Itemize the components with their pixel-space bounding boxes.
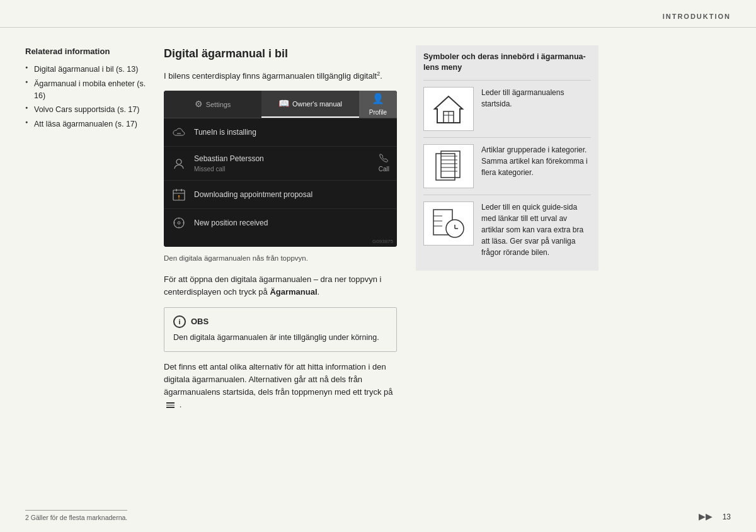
right-column: Symboler och deras innebörd i ägarmanua­…	[416, 45, 598, 412]
footer: 2 Gäller för de flesta marknaderna. ▶▶ 1…	[0, 505, 756, 532]
tab-profile-label: Profile	[369, 108, 387, 117]
page: INTRODUKTION Relaterad information Digit…	[0, 0, 756, 532]
car-ui-item-position: New position received	[164, 209, 397, 237]
car-ui-tabs: ⚙ Settings 📖 Owner's manual 👤 Profile	[164, 91, 397, 118]
symbol-row-quickguide: Leder till en quick guide-sida med länka…	[423, 195, 591, 264]
svg-rect-18	[441, 151, 460, 178]
car-ui-mockup: ⚙ Settings 📖 Owner's manual 👤 Profile	[164, 91, 397, 247]
obs-header: i OBS	[173, 315, 387, 328]
info-icon: i	[173, 315, 186, 328]
section-title: Digital ägarmanual i bil	[164, 45, 397, 62]
list-item: Digital ägarmanual i bil (s. 13)	[25, 64, 149, 76]
symbol-img-home	[423, 87, 474, 131]
sebastian-subtitle: Missed call	[194, 164, 371, 174]
profile-icon: 👤	[372, 91, 384, 106]
obs-label: OBS	[191, 315, 209, 328]
page-header: INTRODUKTION	[0, 0, 756, 28]
svg-point-8	[178, 222, 180, 224]
car-ui-tab-owners-manual[interactable]: 📖 Owner's manual	[261, 91, 359, 118]
bold-text: Ägarmanual	[270, 287, 317, 297]
symbol-desc-quickguide: Leder till en quick guide-sida med länka…	[481, 201, 591, 258]
car-ui-tab-settings[interactable]: ⚙ Settings	[164, 91, 261, 118]
obs-text: Den digitala ägarmanualen är inte tillgä…	[173, 332, 387, 344]
body-text-bottom: Det finns ett antal olika alternativ för…	[164, 361, 397, 412]
body-text-1: För att öppna den digitala ägarmanualen …	[164, 273, 397, 298]
sebastian-content: Sebastian Petersson Missed call	[194, 153, 371, 174]
nav-arrows[interactable]: ▶▶	[699, 510, 713, 523]
position-content: New position received	[194, 217, 389, 229]
list-item: Volvo Cars supportsida (s. 17)	[25, 104, 149, 116]
car-ui-tab-profile[interactable]: 👤 Profile	[359, 91, 397, 118]
person-icon	[171, 156, 186, 171]
svg-point-1	[176, 159, 181, 164]
car-ui-item-sebastian: Sebastian Petersson Missed call Call	[164, 147, 397, 181]
svg-point-7	[174, 218, 184, 228]
middle-column: Digital ägarmanual i bil I bilens center…	[164, 45, 416, 412]
book-icon: 📖	[278, 97, 289, 110]
sebastian-title: Sebastian Petersson	[194, 153, 371, 164]
symbol-img-quickguide	[423, 201, 474, 246]
car-ui-item-download: Downloading appointment proposal	[164, 181, 397, 209]
calendar-alert-icon	[171, 187, 186, 202]
list-item: Ägarmanual i mobila enheter (s. 16)	[25, 78, 149, 102]
watermark: G093875	[164, 237, 397, 247]
symbol-row-book: Artiklar grupperade i kategorier. Samma …	[423, 137, 591, 195]
call-action[interactable]: Call	[379, 153, 389, 174]
download-title: Downloading appointment proposal	[194, 189, 389, 200]
menu-icon	[166, 402, 175, 408]
cloud-icon	[171, 125, 186, 140]
tunein-title: TuneIn is installing	[194, 127, 389, 138]
svg-rect-17	[436, 154, 455, 180]
tab-owners-manual-label: Owner's manual	[292, 99, 342, 110]
symbol-desc-home: Leder till ägarmanualens startsida.	[481, 87, 591, 110]
symbol-img-book	[423, 144, 474, 188]
symbols-title: Symboler och deras innebörd i ägarmanua­…	[423, 52, 591, 74]
tunein-content: TuneIn is installing	[194, 127, 389, 138]
related-title: Relaterad information	[25, 45, 149, 58]
left-column: Relaterad information Digital ägarmanual…	[25, 45, 164, 412]
car-ui-item-tunein: TuneIn is installing	[164, 118, 397, 147]
caption-text: Den digitala ägarmanualen nås från toppv…	[164, 253, 397, 264]
settings-icon: ⚙	[195, 98, 203, 111]
content-area: Relaterad information Digital ägarmanual…	[0, 28, 756, 418]
tab-settings-label: Settings	[206, 99, 231, 110]
section-intro: I bilens centerdisplay finns ägarmanuale…	[164, 70, 397, 82]
symbol-desc-book: Artiklar grupperade i kategorier. Samma …	[481, 144, 591, 178]
related-list: Digital ägarmanual i bil (s. 13) Ägarman…	[25, 64, 149, 130]
header-title: INTRODUKTION	[663, 13, 731, 20]
symbol-row-home: Leder till ägarmanualens startsida.	[423, 80, 591, 137]
footnote: 2 Gäller för de flesta marknaderna.	[25, 510, 127, 523]
svg-point-6	[178, 199, 180, 200]
page-number: 13	[723, 511, 731, 523]
symbols-box: Symboler och deras innebörd i ägarmanua­…	[416, 45, 598, 271]
position-title: New position received	[194, 217, 389, 229]
car-ui-items: TuneIn is installing Sebastian Peters	[164, 118, 397, 237]
compass-icon	[171, 215, 186, 230]
download-content: Downloading appointment proposal	[194, 189, 389, 200]
obs-box: i OBS Den digitala ägarmanualen är inte …	[164, 307, 397, 352]
list-item: Att läsa ägarmanualen (s. 17)	[25, 118, 149, 130]
